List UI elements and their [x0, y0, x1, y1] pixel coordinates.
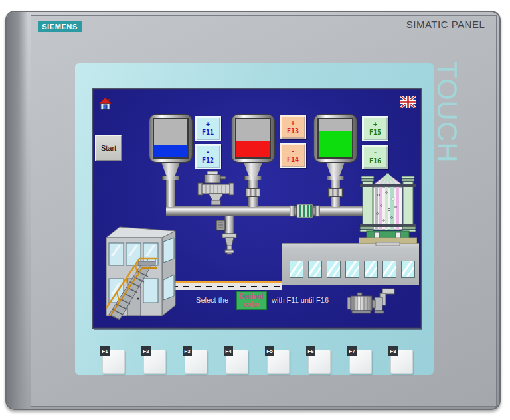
key-label: F11 [202, 129, 214, 137]
fkey-label: F3 [183, 346, 192, 356]
function-key-f3: F3 [183, 346, 213, 374]
key-label: F16 [369, 157, 381, 166]
button-f12-minus[interactable]: - F12 [195, 144, 221, 169]
fkey-label: F8 [388, 346, 398, 356]
button-f11-plus[interactable]: + F11 [195, 116, 221, 141]
minus-sign: - [206, 148, 210, 157]
key-label: F15 [369, 129, 381, 137]
tank3-funnel [325, 161, 345, 176]
tank3-coupling [328, 188, 343, 197]
mixer-vessel [359, 173, 417, 246]
home-icon[interactable] [98, 97, 112, 111]
hmi-screen: + F11 - F12 + F13 - F14 + F15 - F16 Star… [93, 89, 421, 328]
language-flag-icon[interactable] [400, 96, 416, 108]
machine-window [327, 261, 341, 278]
tank-green-window [317, 118, 353, 159]
fkey-label: F7 [347, 346, 357, 356]
fkey-label: F5 [265, 346, 274, 356]
flow-coupling [290, 204, 320, 218]
hmi-panel-body: SIEMENS SIMATIC PANEL TOUCH [5, 11, 501, 410]
machine-window [401, 261, 415, 278]
tank-green-liquid [319, 131, 352, 157]
desired-color-line2: color [244, 301, 260, 309]
roadway [172, 281, 282, 290]
tank-green [313, 114, 357, 163]
tank-blue-liquid [154, 145, 187, 157]
plus-sign: + [206, 120, 210, 129]
control-room-building [101, 222, 179, 322]
plus-sign: + [291, 119, 295, 127]
minus-sign: - [373, 149, 377, 157]
main-pipe [166, 206, 365, 216]
pump [345, 287, 397, 320]
desired-color-button[interactable]: Desired color [236, 291, 267, 310]
fkey-label: F1 [100, 346, 110, 356]
start-button[interactable]: Start [95, 135, 122, 161]
road-center-line [172, 286, 282, 287]
tank1-pipe [166, 180, 175, 207]
fkey-label: F2 [141, 346, 151, 356]
button-f16-minus[interactable]: - F16 [362, 145, 388, 169]
message-suffix: with F11 until F16 [272, 296, 329, 304]
button-f13-plus[interactable]: + F13 [280, 115, 306, 139]
tank1-funnel [161, 161, 181, 176]
panel-left-edge [7, 12, 28, 409]
outlet-nozzle [216, 216, 239, 261]
function-key-f8: F8 [388, 346, 419, 374]
message-prefix: Select the [181, 296, 228, 304]
machine-window [290, 261, 303, 278]
mixing-valve [195, 171, 236, 206]
tank-blue [149, 114, 193, 163]
fkey-label: F6 [306, 346, 315, 356]
machine-window [382, 261, 396, 278]
tank2-funnel [243, 161, 263, 176]
key-label: F14 [287, 156, 299, 165]
machine-hall [282, 243, 419, 285]
desired-color-line1: Desired [240, 293, 264, 301]
key-label: F12 [202, 157, 214, 165]
simatic-panel-label: SIMATIC PANEL [397, 19, 494, 32]
touch-label: TOUCH [433, 61, 461, 207]
function-key-f4: F4 [224, 346, 254, 374]
function-key-f1: F1 [100, 346, 131, 374]
tank-red [231, 114, 275, 163]
function-key-f7: F7 [347, 346, 378, 374]
tank-red-liquid [236, 141, 270, 157]
function-key-f2: F2 [141, 346, 172, 374]
fkey-label: F4 [224, 346, 233, 356]
button-f14-minus[interactable]: - F14 [280, 143, 306, 168]
function-key-f6: F6 [306, 346, 337, 374]
key-label: F13 [287, 127, 299, 136]
minus-sign: - [291, 147, 295, 156]
siemens-logo: SIEMENS [38, 21, 82, 32]
tank2-coupling [246, 188, 260, 197]
machine-window [308, 261, 322, 278]
tank-blue-window [153, 118, 189, 159]
tank-red-window [235, 118, 271, 159]
function-key-f5: F5 [265, 346, 296, 374]
machine-window [345, 261, 359, 278]
machine-window [364, 261, 378, 278]
button-f15-plus[interactable]: + F15 [362, 116, 388, 141]
plus-sign: + [373, 120, 377, 129]
